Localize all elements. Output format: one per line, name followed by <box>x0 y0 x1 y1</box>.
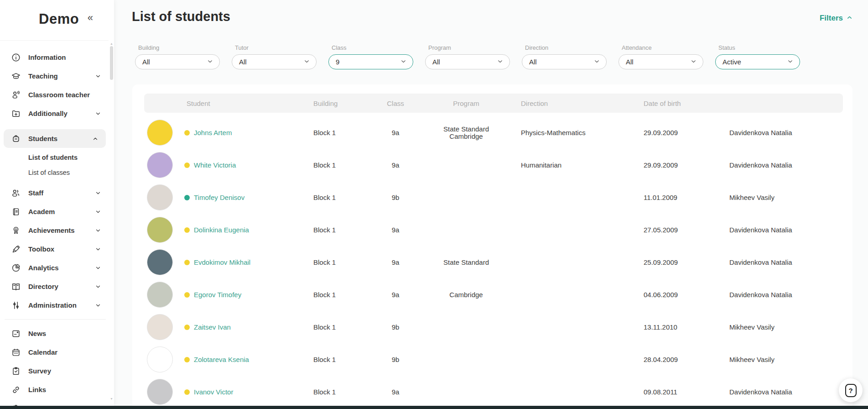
sidebar-item-students[interactable]: Students <box>4 129 106 148</box>
column-header-direction: Direction <box>514 100 637 107</box>
page-title: List of students <box>132 9 230 24</box>
filter-program: Program All <box>425 44 510 69</box>
filters-bar: Building All Tutor All Class 9 <box>135 44 800 69</box>
table-row[interactable]: Zolotareva Ksenia Block 1 9b 28.04.2009 … <box>144 343 843 376</box>
student-avatar <box>147 184 173 210</box>
filter-class-select[interactable]: 9 <box>328 54 413 69</box>
cell-building: Block 1 <box>313 258 373 266</box>
filter-building-select[interactable]: All <box>135 54 220 69</box>
sidebar-scrollbar[interactable]: ▲ ▼ <box>110 42 113 400</box>
help-button[interactable]: ? <box>839 378 863 402</box>
cell-building: Block 1 <box>313 194 373 201</box>
sidebar-item-news[interactable]: News <box>0 324 109 343</box>
sidebar-item-classroom-teacher[interactable]: Classroom teacher <box>0 85 109 104</box>
sidebar-item-links[interactable]: Links <box>0 380 109 399</box>
filter-direction-select[interactable]: All <box>522 54 607 69</box>
sidebar-subitem-list-of-classes[interactable]: List of classes <box>0 165 109 180</box>
student-name-link[interactable]: Zolotareva Ksenia <box>194 356 249 363</box>
table-row[interactable]: Timofey Denisov Block 1 9b 11.01.2009 Mi… <box>144 181 843 214</box>
calendar-icon <box>10 347 21 358</box>
chevron-down-icon <box>497 58 504 66</box>
journal-icon <box>10 206 21 217</box>
table-header-row: Student Building Class Program Direction… <box>144 94 843 113</box>
filter-attendance-select[interactable]: All <box>619 54 703 69</box>
filter-label: Direction <box>525 44 607 51</box>
sidebar-item-academ[interactable]: Academ <box>0 202 109 221</box>
sliders-icon <box>10 300 21 311</box>
scrollbar-down-arrow[interactable]: ▼ <box>110 397 113 400</box>
sidebar-item-survey[interactable]: Survey <box>0 362 109 380</box>
sidebar-scrollbar-thumb[interactable] <box>110 46 113 80</box>
student-name-link[interactable]: Zaitsev Ivan <box>194 323 231 331</box>
cell-program: State Standard <box>443 259 489 266</box>
filter-value: All <box>142 58 150 66</box>
sidebar-item-directory[interactable]: Directory <box>0 277 109 296</box>
chevron-down-icon <box>95 302 101 309</box>
filter-status-select[interactable]: Active <box>715 54 800 69</box>
sidebar-item-information[interactable]: Information <box>0 48 109 67</box>
status-dot <box>184 292 190 298</box>
cell-building: Block 1 <box>313 388 373 396</box>
sidebar-item-label: Administration <box>28 301 77 309</box>
chain-link-icon <box>10 384 21 395</box>
status-dot <box>184 357 190 362</box>
news-icon <box>10 328 21 339</box>
scrollbar-up-arrow[interactable]: ▲ <box>110 42 113 45</box>
sidebar-item-label: Analytics <box>28 264 59 272</box>
chevron-down-icon <box>593 58 600 66</box>
filter-attendance: Attendance All <box>619 44 703 69</box>
filter-value: All <box>239 58 247 66</box>
table-row[interactable]: Ivanov Victor Block 1 9a 09.08.2011 Davi… <box>144 376 843 408</box>
cell-dob: 11.01.2009 <box>637 194 722 201</box>
table-row[interactable]: Egorov Timofey Block 1 9a Cambridge 04.0… <box>144 278 843 311</box>
sidebar-collapse-button[interactable]: « <box>88 12 93 24</box>
student-name-link[interactable]: Dolinkina Eugenia <box>194 226 249 234</box>
filter-program-select[interactable]: All <box>425 54 510 69</box>
table-row[interactable]: Dolinkina Eugenia Block 1 9a 27.05.2009 … <box>144 214 843 246</box>
filter-label: Attendance <box>622 44 703 51</box>
cell-dob: 27.05.2009 <box>637 226 722 234</box>
table-row[interactable]: Zaitsev Ivan Block 1 9b 13.11.2010 Mikhe… <box>144 311 843 343</box>
filter-building: Building All <box>135 44 220 69</box>
student-name-link[interactable]: Egorov Timofey <box>194 291 241 299</box>
student-name-link[interactable]: Johns Artem <box>194 129 232 136</box>
sidebar-item-staff[interactable]: Staff <box>0 184 109 202</box>
sidebar-item-additionally[interactable]: Additionally <box>0 104 109 123</box>
table-row[interactable]: White Victoria Block 1 9a Humanitarian 2… <box>144 149 843 181</box>
sidebar-item-documentation[interactable]: Documentation <box>0 399 109 406</box>
cell-dob: 04.06.2009 <box>637 291 722 299</box>
cell-class: 9b <box>373 323 418 331</box>
sidebar-group-students: Students List of students List of classe… <box>0 129 109 184</box>
sidebar-item-analytics[interactable]: Analytics <box>0 258 109 277</box>
student-name-link[interactable]: White Victoria <box>194 161 236 169</box>
cell-tutor: Davidenkova Natalia <box>722 258 843 266</box>
sidebar-item-administration[interactable]: Administration <box>0 296 109 315</box>
sidebar-item-toolbox[interactable]: Toolbox <box>0 240 109 258</box>
student-avatar <box>147 346 173 372</box>
sidebar-item-label: Additionally <box>28 110 68 117</box>
filter-tutor-select[interactable]: All <box>232 54 317 69</box>
table-row[interactable]: Evdokimov Mikhail Block 1 9a State Stand… <box>144 246 843 278</box>
student-name-link[interactable]: Evdokimov Mikhail <box>194 258 250 266</box>
column-header-class: Class <box>373 100 418 107</box>
student-name-link[interactable]: Timofey Denisov <box>194 194 244 201</box>
status-dot <box>184 195 190 200</box>
sidebar-item-achievements[interactable]: Achievements <box>0 221 109 240</box>
folder-plus-icon <box>10 108 21 119</box>
filter-direction: Direction All <box>522 44 607 69</box>
chevron-up-icon <box>846 14 853 23</box>
sidebar-item-label: Academ <box>28 208 55 215</box>
filters-toggle-button[interactable]: Filters <box>820 14 853 23</box>
student-avatar <box>147 314 173 340</box>
table-row[interactable]: Johns Artem Block 1 9a State Standard Ca… <box>144 116 843 149</box>
student-name-link[interactable]: Ivanov Victor <box>194 388 233 396</box>
sidebar-item-teaching[interactable]: Teaching <box>0 67 109 85</box>
status-dot <box>184 227 190 233</box>
sidebar-item-calendar[interactable]: Calendar <box>0 343 109 362</box>
sidebar-subitem-list-of-students[interactable]: List of students <box>0 150 109 165</box>
sidebar-item-label: Calendar <box>28 348 57 356</box>
chevron-down-icon <box>95 190 101 196</box>
clipboard-check-icon <box>10 366 21 377</box>
filter-value: All <box>432 58 440 66</box>
sidebar-item-label: Achievements <box>28 226 75 234</box>
